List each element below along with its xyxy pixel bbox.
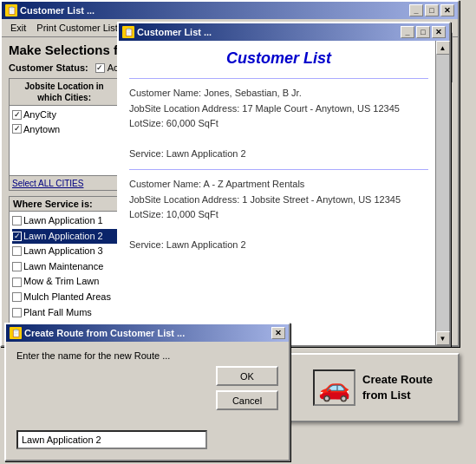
- scroll-up-button[interactable]: ▲: [436, 41, 450, 55]
- select-all-cities[interactable]: Select ALL CITIES: [12, 177, 83, 190]
- customer-list-heading: Customer List: [129, 49, 428, 68]
- lawn3-checkbox[interactable]: [12, 246, 22, 256]
- customer-1-service: Service: Lawn Application 2: [129, 132, 428, 162]
- mid-divider: [129, 169, 428, 170]
- anycity-label: AnyCity: [23, 108, 56, 122]
- car-icon: 🚗: [318, 375, 350, 401]
- anytown-checkbox[interactable]: [12, 124, 22, 134]
- mowtrim-checkbox[interactable]: [12, 278, 22, 287]
- cl-close-button[interactable]: ✕: [432, 26, 446, 38]
- dialog-buttons-area: OK Cancel: [216, 366, 278, 410]
- cr-window-icon: 📋: [10, 327, 22, 339]
- main-window-title: Customer List ...: [20, 5, 95, 16]
- route-name-prompt: Enter the name for the new Route ...: [16, 350, 278, 361]
- cities-column: Jobsite Location inwhich Cities: AnyCity…: [10, 79, 120, 190]
- mulch-checkbox[interactable]: [12, 292, 22, 302]
- cancel-button[interactable]: Cancel: [216, 390, 278, 410]
- main-title-bar: 📋 Customer List ... _ □ ✕: [2, 2, 458, 19]
- create-route-title-bar: 📋 Create Route from Customer List ... ✕: [6, 324, 289, 342]
- customer-1-lotsize: LotSize: 60,000 SqFt: [129, 116, 428, 132]
- customer-1-address: JobSite Location Address: 17 Maple Court…: [129, 101, 428, 117]
- cl-window-icon: 📋: [122, 26, 134, 38]
- cr-title-bar-buttons: ✕: [271, 327, 285, 339]
- lawnmaint-checkbox[interactable]: [12, 262, 22, 271]
- plantfall-checkbox[interactable]: [12, 308, 22, 317]
- create-route-from-list-button[interactable]: 🚗 Create Route from List: [286, 353, 460, 422]
- customer-list-title-bar: 📋 Customer List ... _ □ ✕: [119, 23, 449, 41]
- create-route-content: Enter the name for the new Route ... OK …: [6, 342, 289, 460]
- cl-minimize-button[interactable]: _: [401, 26, 414, 38]
- scroll-down-button[interactable]: ▼: [436, 331, 450, 345]
- cities-body: AnyCity Anytown: [10, 106, 119, 175]
- cl-window-title: Customer List ...: [137, 27, 212, 37]
- customer-2-address: JobSite Location Address: 1 Jobsite Stre…: [129, 193, 428, 208]
- scroll-track[interactable]: [436, 55, 449, 331]
- cl-maximize-button[interactable]: □: [416, 26, 430, 38]
- customer-1: Customer Name: Jones, Sebastian, B Jr. J…: [129, 86, 428, 162]
- minimize-button[interactable]: _: [409, 4, 423, 16]
- customer-list-content: Customer List Customer Name: Jones, Seba…: [119, 41, 449, 345]
- cr-close-button[interactable]: ✕: [271, 327, 285, 339]
- anycity-checkbox[interactable]: [12, 110, 22, 120]
- customer-status-label: Customer Status:: [9, 62, 88, 73]
- ok-button[interactable]: OK: [216, 366, 278, 386]
- city-anycity: AnyCity: [12, 108, 116, 122]
- create-route-icon-area: 🚗: [313, 369, 355, 406]
- cl-title-bar-buttons: _ □ ✕: [401, 26, 446, 38]
- active-checkbox[interactable]: [95, 63, 105, 73]
- anytown-label: Anytown: [23, 122, 60, 137]
- title-bar-buttons: _ □ ✕: [409, 4, 454, 16]
- menu-exit[interactable]: Exit: [5, 21, 31, 35]
- customer-list-window: 📋 Customer List ... _ □ ✕ ▲ ▼ Customer L…: [117, 22, 451, 347]
- customer-1-name: Customer Name: Jones, Sebastian, B Jr.: [129, 86, 428, 101]
- route-name-input[interactable]: [16, 430, 207, 449]
- city-anytown: Anytown: [12, 122, 116, 137]
- create-route-btn-label: Create Route from List: [362, 372, 433, 403]
- customer-2-service: Service: Lawn Application 2: [129, 223, 428, 253]
- cities-header: Jobsite Location inwhich Cities:: [10, 79, 119, 106]
- customer-list-scrollbar: ▲ ▼: [435, 41, 449, 345]
- customer-2: Customer Name: A - Z Apartment Rentals J…: [129, 177, 428, 253]
- main-window-icon: 📋: [5, 4, 17, 16]
- create-route-dialog: 📋 Create Route from Customer List ... ✕ …: [4, 323, 290, 461]
- cr-window-title: Create Route from Customer List ...: [24, 328, 185, 338]
- lawn2-checkbox[interactable]: [12, 232, 22, 241]
- customer-2-lotsize: LotSize: 10,000 SqFt: [129, 207, 428, 223]
- maximize-button[interactable]: □: [425, 4, 439, 16]
- top-divider: [129, 78, 428, 79]
- lawn1-checkbox[interactable]: [12, 216, 22, 225]
- customer-2-name: Customer Name: A - Z Apartment Rentals: [129, 177, 428, 193]
- close-button[interactable]: ✕: [440, 4, 454, 16]
